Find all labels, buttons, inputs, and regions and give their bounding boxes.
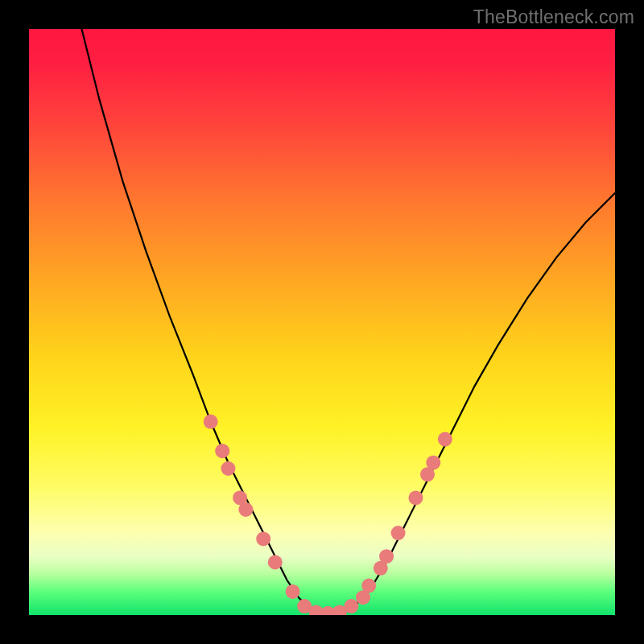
chart-svg (29, 29, 615, 615)
watermark-text: TheBottleneck.com (473, 6, 634, 28)
marker-point (361, 579, 376, 593)
bottleneck-curve (82, 29, 616, 615)
marker-point (438, 432, 452, 447)
chart-frame: TheBottleneck.com (0, 0, 644, 644)
marker-point (268, 555, 283, 570)
marker-point (409, 490, 423, 505)
marker-point (221, 461, 236, 476)
marker-point (391, 526, 406, 540)
marker-point (286, 584, 300, 599)
highlight-markers (204, 415, 452, 615)
marker-point (379, 549, 394, 564)
marker-point (215, 444, 229, 458)
marker-point (204, 415, 218, 429)
marker-point (344, 599, 358, 613)
marker-point (256, 531, 270, 546)
curve-group (82, 29, 616, 615)
chart-plot-area (29, 29, 615, 615)
marker-point (426, 456, 440, 470)
marker-point (238, 502, 253, 517)
